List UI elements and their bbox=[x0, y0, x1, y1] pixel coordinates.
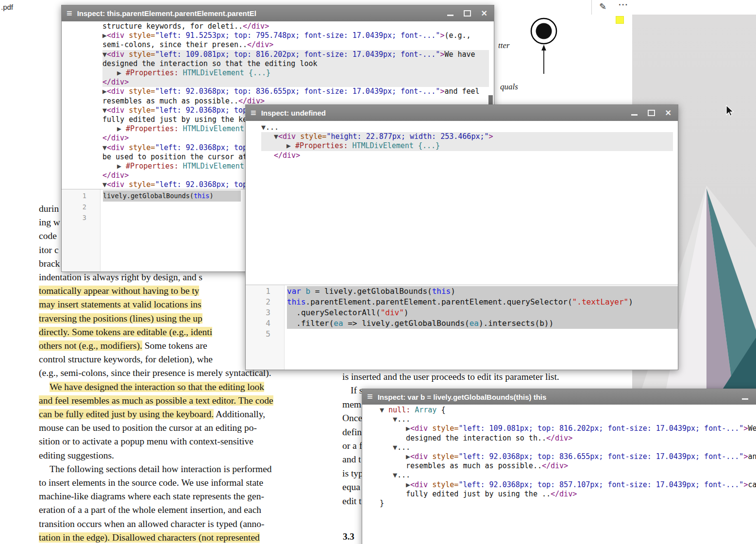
code-line[interactable] bbox=[287, 329, 678, 340]
dom-tree-row[interactable]: ▼... bbox=[380, 471, 756, 480]
edit-pencil-icon[interactable]: ✎ bbox=[599, 1, 606, 12]
dom-tree-row[interactable]: ▶<div style="left: 92.0368px; top: 836.6… bbox=[380, 452, 756, 461]
state-diagram bbox=[495, 15, 612, 83]
code-line[interactable]: .filter(ea => lively.getGlobalBounds(ea)… bbox=[287, 318, 678, 329]
pdf-text-line: may insert statements at valid locations… bbox=[39, 298, 273, 311]
dom-tree-row[interactable]: semi-colons, since their presen..</div> bbox=[102, 40, 489, 50]
minimize-button[interactable] bbox=[447, 11, 454, 16]
toolbar-divider bbox=[591, 0, 592, 15]
dom-tree[interactable]: ▼...▼<div style="height: 22.877px; width… bbox=[246, 121, 678, 287]
pdf-text-line: others not (e.g., modifiers). Some token… bbox=[39, 339, 273, 353]
dom-tree-row[interactable]: ▼<div style="height: 22.877px; width: 25… bbox=[261, 132, 673, 141]
pdf-text-line: and feel resembles as much as possible a… bbox=[39, 394, 273, 408]
start-node bbox=[536, 23, 552, 39]
dom-tree-row[interactable]: ▼... bbox=[380, 443, 756, 452]
yellow-note[interactable] bbox=[616, 16, 624, 24]
dom-tree-row[interactable]: </div> bbox=[102, 78, 489, 87]
pdf-text-line: traversing the positions (lines) using t… bbox=[39, 312, 273, 325]
code-line[interactable]: var b = lively.getGlobalBounds(this) bbox=[287, 286, 678, 297]
dom-tree-row[interactable]: ▼<div style="left: 109.081px; top: 816.2… bbox=[102, 50, 489, 59]
minimize-button[interactable] bbox=[742, 394, 748, 400]
line-number-gutter: 12345 bbox=[246, 285, 285, 370]
pdf-text-line: sition or to activate a popup menu with … bbox=[39, 435, 273, 448]
window-titlebar[interactable]: ≡ Inspect: this.parentElement.parentElem… bbox=[62, 5, 494, 21]
pdf-text-line: We have designed the interaction so that… bbox=[39, 380, 273, 394]
window-menu-icon[interactable]: ≡ bbox=[367, 391, 373, 401]
window-title: Inspect: this.parentElement.parentElemen… bbox=[77, 9, 442, 17]
minimize-button[interactable] bbox=[631, 110, 638, 116]
section-heading: 3.3 bbox=[343, 531, 354, 542]
inspector-window-2[interactable]: ≡ Inspect: undefined ✕ ▼...▼<div style="… bbox=[245, 104, 678, 370]
line-number: 2 bbox=[246, 297, 270, 307]
close-button[interactable]: ✕ bbox=[665, 110, 672, 116]
dom-tree[interactable]: ▼ null: Array {▼...▶<div style="left: 10… bbox=[362, 405, 756, 544]
pdf-text-line: can be fully edited just by using the ke… bbox=[39, 408, 273, 421]
pdf-text-line: eration of a a part of the whole element… bbox=[39, 503, 273, 517]
maximize-button[interactable] bbox=[464, 10, 471, 17]
line-number: 1 bbox=[62, 190, 86, 202]
line-number: 3 bbox=[246, 307, 270, 318]
dom-tree-row[interactable]: ▶ #Properties: HTMLDivElement {...} bbox=[102, 68, 489, 78]
transition-arrowhead bbox=[541, 45, 546, 51]
pdf-text-line: (e.g., semi-colons, since their presence… bbox=[39, 366, 273, 380]
dom-tree-row[interactable]: structure keywords, for deleti..</div> bbox=[102, 22, 489, 31]
dom-tree-row[interactable]: ▶<div style="left: 92.0368px; top: 836.6… bbox=[102, 87, 489, 96]
code-line[interactable]: .querySelectorAll("div") bbox=[287, 307, 678, 318]
pdf-text-line: directly. Some tokens are editable (e.g.… bbox=[39, 325, 273, 339]
more-options-icon[interactable]: ... bbox=[619, 0, 628, 8]
code-line[interactable]: lively.getGlobalBounds(this) bbox=[103, 190, 241, 202]
line-number: 2 bbox=[62, 202, 86, 213]
pdf-text-line: editing suggestions. bbox=[39, 449, 273, 462]
pdf-text-line: mouse can be used to position the cursor… bbox=[39, 421, 273, 435]
dom-tree-row[interactable]: } bbox=[380, 499, 756, 508]
window-menu-icon[interactable]: ≡ bbox=[251, 108, 256, 118]
line-number: 3 bbox=[62, 212, 86, 223]
close-button[interactable]: ✕ bbox=[481, 10, 487, 17]
dom-tree-row[interactable]: ▼... bbox=[380, 415, 756, 424]
pdf-text-line: machine-like diagrams where each state r… bbox=[39, 490, 273, 503]
dom-tree-row[interactable]: ▼... bbox=[261, 123, 673, 132]
line-number-gutter: 123 bbox=[62, 189, 101, 272]
dom-tree-row[interactable]: ▶ #Properties: HTMLDivElement {...} bbox=[261, 141, 673, 151]
dom-tree-row[interactable]: designed the interaction so th..</div> bbox=[380, 434, 756, 443]
mouse-cursor bbox=[725, 105, 737, 118]
window-menu-icon[interactable]: ≡ bbox=[67, 8, 72, 18]
dom-tree-row[interactable]: ▶<div style="left: 109.081px; top: 816.2… bbox=[380, 424, 756, 433]
dom-tree-row[interactable]: resembles as much as possible..</div> bbox=[380, 461, 756, 471]
diagram-edge-label: quals bbox=[500, 82, 518, 92]
dom-tree-row[interactable]: designed the interaction so that the edi… bbox=[102, 59, 489, 68]
dom-tree-row[interactable]: ▶<div style="left: 91.5253px; top: 795.7… bbox=[102, 31, 489, 40]
pdf-text-line: tomatically appear without having to be … bbox=[39, 284, 273, 298]
line-number: 4 bbox=[246, 318, 270, 329]
dom-tree-row[interactable]: ▶<div style="left: 92.0368px; top: 857.1… bbox=[380, 480, 756, 490]
dom-tree-row[interactable]: </div> bbox=[261, 151, 673, 160]
pdf-text-line: tation in the edge). Disallowed characte… bbox=[39, 531, 273, 544]
line-number: 1 bbox=[246, 286, 270, 297]
pdf-text-line: is inserted and the user proceeds to edi… bbox=[342, 370, 559, 384]
maximize-button[interactable] bbox=[648, 110, 655, 116]
dom-tree-row[interactable]: fully edited just by using the ..</div> bbox=[380, 490, 756, 499]
pdf-text-line: indentation is always right by design, a… bbox=[39, 271, 273, 284]
window-titlebar[interactable]: ≡ Inspect: var b = lively.getGlobalBound… bbox=[362, 389, 756, 405]
window-titlebar[interactable]: ≡ Inspect: undefined ✕ bbox=[246, 105, 678, 121]
pdf-text-line: transition occurs when an allowed charac… bbox=[39, 517, 273, 531]
window-title: Inspect: var b = lively.getGlobalBounds(… bbox=[378, 393, 737, 401]
pdf-text-line: control structure keywords, for deletion… bbox=[39, 353, 273, 366]
inspector-window-3[interactable]: ≡ Inspect: var b = lively.getGlobalBound… bbox=[362, 389, 756, 544]
code-line[interactable]: this.parentElement.parentElement.parentE… bbox=[287, 297, 678, 307]
pdf-text-line: The following sections detail how intera… bbox=[39, 462, 273, 476]
line-number: 5 bbox=[246, 329, 270, 340]
window-title: Inspect: undefined bbox=[261, 109, 626, 117]
pdf-file-label: .pdf bbox=[1, 3, 13, 11]
pdf-text-line: to insert elements in the source code. W… bbox=[39, 476, 273, 490]
code-editor[interactable]: var b = lively.getGlobalBounds(this)this… bbox=[285, 285, 678, 370]
dom-tree-row[interactable]: ▼ null: Array { bbox=[380, 406, 756, 415]
